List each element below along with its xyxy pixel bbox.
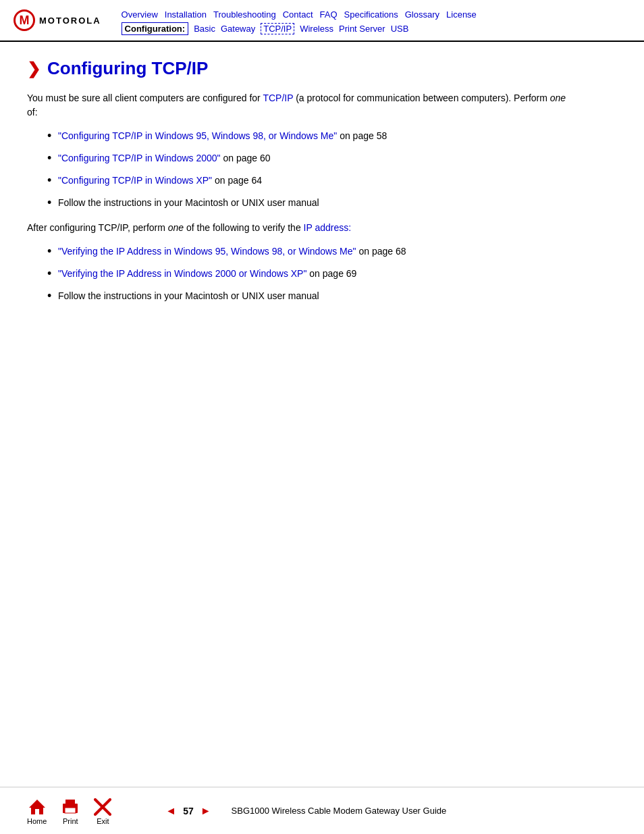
footer-page-nav: ◄ 57 ► SBG1000 Wireless Cable Modem Gate… [165, 805, 446, 817]
list-item: "Configuring TCP/IP in Windows 2000" on … [47, 151, 617, 165]
page-number: 57 [183, 806, 194, 816]
after-text-1: After configuring TCP/IP, perform [27, 222, 168, 233]
motorola-wordmark: MOTOROLA [39, 16, 101, 26]
title-arrow-icon: ❯ [27, 61, 41, 77]
sub-nav: Configuration: Basic Gateway TCP/IP Wire… [122, 22, 630, 35]
page-ref: on page 64 [212, 175, 262, 186]
list-item: "Configuring TCP/IP in Windows XP" on pa… [47, 174, 617, 188]
list-item: Follow the instructions in your Macintos… [47, 196, 617, 210]
subnav-wireless[interactable]: Wireless [300, 24, 333, 34]
nav-link-faq[interactable]: FAQ [320, 9, 338, 20]
prev-page-button[interactable]: ◄ [165, 805, 176, 817]
ip-address-link[interactable]: IP address: [304, 222, 352, 233]
nav-link-glossary[interactable]: Glossary [405, 9, 439, 20]
intro-text-1: You must be sure all client computers ar… [27, 93, 263, 103]
main-content: ❯ Configuring TCP/IP You must be sure al… [0, 42, 644, 328]
list-item: "Verifying the IP Address in Windows 95,… [47, 244, 617, 259]
subnav-tcpip[interactable]: TCP/IP [261, 23, 294, 34]
link-verify-win9598me[interactable]: "Verifying the IP Address in Windows 95,… [58, 246, 356, 257]
document-title: SBG1000 Wireless Cable Modem Gateway Use… [232, 806, 447, 816]
exit-button[interactable]: Exit [94, 798, 111, 825]
bullet-list-2: "Verifying the IP Address in Windows 95,… [47, 244, 617, 303]
intro-text-3: of: [27, 107, 38, 118]
after-text-2: of the following to verify the [184, 222, 303, 233]
page-ref: on page 69 [306, 268, 356, 279]
svg-rect-3 [65, 808, 76, 813]
tcpip-link[interactable]: TCP/IP [263, 93, 293, 103]
nav-link-contact[interactable]: Contact [283, 9, 313, 20]
home-icon [28, 797, 47, 816]
header: M MOTOROLA Overview Installation Trouble… [0, 0, 644, 42]
nav-link-troubleshooting[interactable]: Troubleshooting [213, 9, 276, 20]
subnav-usb[interactable]: USB [391, 24, 409, 34]
exit-label: Exit [97, 817, 109, 825]
top-nav: Overview Installation Troubleshooting Co… [122, 9, 630, 20]
plain-text: Follow the instructions in your Macintos… [58, 197, 319, 208]
list-item: "Configuring TCP/IP in Windows 95, Windo… [47, 129, 617, 143]
print-button[interactable]: Print [60, 798, 80, 825]
nav-link-installation[interactable]: Installation [165, 9, 207, 20]
nav-link-specifications[interactable]: Specifications [344, 9, 398, 20]
page-title-container: ❯ Configuring TCP/IP [27, 58, 617, 79]
nav-link-license[interactable]: License [446, 9, 477, 20]
svg-rect-4 [63, 805, 78, 806]
motorola-logo: M MOTOROLA [14, 9, 101, 31]
link-winxp-config[interactable]: "Configuring TCP/IP in Windows XP" [58, 175, 212, 186]
home-label: Home [27, 817, 47, 825]
page-ref: on page 58 [337, 130, 387, 141]
intro-paragraph: You must be sure all client computers ar… [27, 91, 567, 120]
page-ref: on page 68 [356, 246, 406, 257]
bullet-list-1: "Configuring TCP/IP in Windows 95, Windo… [47, 129, 617, 210]
print-label: Print [63, 817, 78, 825]
after-em: one [168, 222, 184, 233]
svg-marker-0 [29, 800, 45, 814]
home-button[interactable]: Home [27, 797, 47, 825]
configuration-label: Configuration: [122, 22, 189, 35]
page-title: Configuring TCP/IP [47, 58, 208, 79]
nav-link-overview[interactable]: Overview [122, 9, 158, 20]
logo-area: M MOTOROLA [14, 9, 101, 31]
list-item: "Verifying the IP Address in Windows 200… [47, 267, 617, 281]
subnav-gateway[interactable]: Gateway [221, 24, 255, 34]
print-icon [60, 798, 80, 816]
page-ref: on page 60 [221, 153, 271, 163]
subnav-printserver[interactable]: Print Server [339, 24, 385, 34]
footer-nav-icons: Home Print Exit [27, 797, 111, 825]
list-item: Follow the instructions in your Macintos… [47, 289, 617, 303]
intro-em: one [550, 93, 566, 103]
subnav-basic[interactable]: Basic [194, 24, 215, 34]
footer: Home Print Exit ◄ 57 ► SBG1000 Wireless … [0, 787, 644, 834]
after-paragraph: After configuring TCP/IP, perform one of… [27, 221, 567, 235]
link-win2000-config[interactable]: "Configuring TCP/IP in Windows 2000" [58, 153, 221, 163]
next-page-button[interactable]: ► [200, 805, 211, 817]
motorola-circle-icon: M [14, 9, 35, 31]
exit-icon [94, 798, 111, 816]
link-win9598me-config[interactable]: "Configuring TCP/IP in Windows 95, Windo… [58, 130, 337, 141]
navigation-area: Overview Installation Troubleshooting Co… [122, 9, 630, 35]
intro-text-2: (a protocol for communication between co… [293, 93, 550, 103]
plain-text: Follow the instructions in your Macintos… [58, 290, 319, 301]
link-verify-win2000xp[interactable]: "Verifying the IP Address in Windows 200… [58, 268, 306, 279]
svg-rect-2 [65, 800, 75, 804]
